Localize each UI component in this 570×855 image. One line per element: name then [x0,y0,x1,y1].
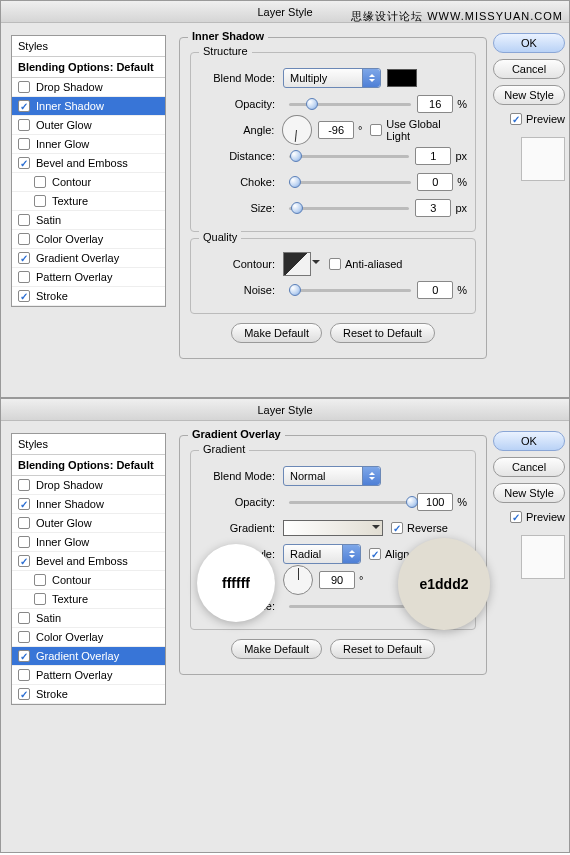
style-checkbox[interactable] [18,479,30,491]
opacity-slider[interactable] [289,495,411,509]
style-checkbox[interactable] [18,631,30,643]
style-checkbox[interactable] [18,157,30,169]
choke-input[interactable]: 0 [417,173,453,191]
blend-mode-select[interactable]: Normal [283,466,381,486]
style-checkbox[interactable] [18,138,30,150]
styles-header[interactable]: Styles [12,36,165,57]
panel-title: Gradient Overlay [188,428,285,440]
style-item-drop-shadow[interactable]: Drop Shadow [12,78,165,97]
style-checkbox[interactable] [18,498,30,510]
structure-title: Structure [199,45,252,57]
style-checkbox[interactable] [18,536,30,548]
angle-input[interactable]: -96 [318,121,354,139]
scale-slider[interactable] [289,599,411,613]
style-checkbox[interactable] [34,195,46,207]
opacity-input[interactable]: 100 [417,493,453,511]
style-checkbox[interactable] [18,555,30,567]
style-checkbox[interactable] [18,100,30,112]
shadow-color-swatch[interactable] [387,69,417,87]
style-item-contour[interactable]: Contour [12,173,165,192]
style-checkbox[interactable] [18,688,30,700]
style-item-bevel-and-emboss[interactable]: Bevel and Emboss [12,552,165,571]
style-checkbox[interactable] [18,271,30,283]
style-checkbox[interactable] [34,176,46,188]
style-item-inner-glow[interactable]: Inner Glow [12,533,165,552]
use-global-light-checkbox[interactable] [370,124,382,136]
style-checkbox[interactable] [34,574,46,586]
style-checkbox[interactable] [18,290,30,302]
style-item-pattern-overlay[interactable]: Pattern Overlay [12,666,165,685]
style-checkbox[interactable] [18,214,30,226]
style-item-gradient-overlay[interactable]: Gradient Overlay [12,249,165,268]
style-checkbox[interactable] [18,252,30,264]
size-slider[interactable] [289,201,409,215]
style-item-inner-shadow[interactable]: Inner Shadow [12,97,165,116]
reset-default-button[interactable]: Reset to Default [330,323,435,343]
style-item-bevel-and-emboss[interactable]: Bevel and Emboss [12,154,165,173]
angle-dial[interactable] [282,115,312,145]
style-item-outer-glow[interactable]: Outer Glow [12,116,165,135]
ok-button[interactable]: OK [493,33,565,53]
style-item-stroke[interactable]: Stroke [12,287,165,306]
preview-checkbox[interactable] [510,511,522,523]
style-checkbox[interactable] [18,119,30,131]
make-default-button[interactable]: Make Default [231,323,322,343]
size-input[interactable]: 3 [415,199,451,217]
noise-slider[interactable] [289,283,411,297]
quality-group: Quality Contour: Anti-aliased Noise: 0 % [190,238,476,314]
style-item-color-overlay[interactable]: Color Overlay [12,628,165,647]
contour-picker[interactable] [283,252,311,276]
style-item-outer-glow[interactable]: Outer Glow [12,514,165,533]
ok-button[interactable]: OK [493,431,565,451]
make-default-button[interactable]: Make Default [231,639,322,659]
style-checkbox[interactable] [18,669,30,681]
style-checkbox[interactable] [18,81,30,93]
align-checkbox[interactable] [369,548,381,560]
style-select[interactable]: Radial [283,544,361,564]
new-style-button[interactable]: New Style [493,85,565,105]
reset-default-button[interactable]: Reset to Default [330,639,435,659]
choke-slider[interactable] [289,175,411,189]
preview-checkbox[interactable] [510,113,522,125]
preview-thumbnail [521,137,565,181]
angle-input[interactable]: 90 [319,571,355,589]
distance-input[interactable]: 1 [415,147,451,165]
anti-aliased-checkbox[interactable] [329,258,341,270]
style-label: Inner Glow [36,138,89,150]
style-item-satin[interactable]: Satin [12,211,165,230]
style-item-satin[interactable]: Satin [12,609,165,628]
blend-mode-select[interactable]: Multiply [283,68,381,88]
style-item-stroke[interactable]: Stroke [12,685,165,704]
style-item-inner-shadow[interactable]: Inner Shadow [12,495,165,514]
style-item-gradient-overlay[interactable]: Gradient Overlay [12,647,165,666]
px-unit: px [455,150,467,162]
reverse-checkbox[interactable] [391,522,403,534]
style-item-drop-shadow[interactable]: Drop Shadow [12,476,165,495]
style-item-contour[interactable]: Contour [12,571,165,590]
blending-options[interactable]: Blending Options: Default [12,455,165,476]
styles-header[interactable]: Styles [12,434,165,455]
opacity-slider[interactable] [289,97,411,111]
style-checkbox[interactable] [18,233,30,245]
style-label: Bevel and Emboss [36,157,128,169]
cancel-button[interactable]: Cancel [493,59,565,79]
style-checkbox[interactable] [34,593,46,605]
callout-color-1: ffffff [197,544,275,622]
noise-input[interactable]: 0 [417,281,453,299]
angle-dial[interactable] [283,565,313,595]
style-checkbox[interactable] [18,517,30,529]
style-item-texture[interactable]: Texture [12,590,165,609]
cancel-button[interactable]: Cancel [493,457,565,477]
style-item-texture[interactable]: Texture [12,192,165,211]
opacity-input[interactable]: 16 [417,95,453,113]
style-checkbox[interactable] [18,650,30,662]
style-checkbox[interactable] [18,612,30,624]
distance-slider[interactable] [289,149,409,163]
blending-options[interactable]: Blending Options: Default [12,57,165,78]
style-item-color-overlay[interactable]: Color Overlay [12,230,165,249]
new-style-button[interactable]: New Style [493,483,565,503]
layer-style-dialog-2: Layer Style Styles Blending Options: Def… [0,398,570,853]
gradient-picker[interactable] [283,520,383,536]
style-item-pattern-overlay[interactable]: Pattern Overlay [12,268,165,287]
style-item-inner-glow[interactable]: Inner Glow [12,135,165,154]
